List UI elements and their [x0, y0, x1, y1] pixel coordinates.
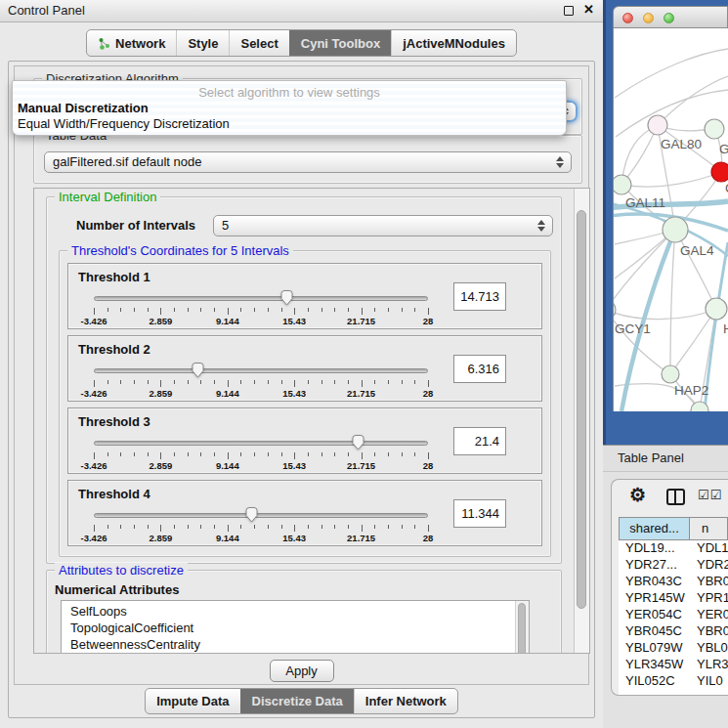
- network-node-gal4[interactable]: [663, 217, 688, 242]
- control-panel-titlebar: Control Panel ✕: [0, 0, 603, 22]
- table-row[interactable]: YIL052CYIL0: [619, 673, 728, 690]
- network-node-gal80[interactable]: [648, 115, 667, 135]
- attributes-group: Attributes to discretize Numerical Attri…: [46, 570, 562, 654]
- table-row[interactable]: YLR345WYLR3: [619, 657, 728, 673]
- tab-label: Network: [115, 36, 165, 51]
- threshold-label: Threshold 3: [78, 414, 150, 429]
- float-window-icon[interactable]: [564, 6, 574, 16]
- slider-thumb[interactable]: [244, 506, 259, 524]
- cell-shared-name: YBL079W: [619, 640, 690, 657]
- network-node-gal11[interactable]: [614, 175, 631, 194]
- column-header-shared[interactable]: shared...: [619, 517, 690, 540]
- table-row[interactable]: YBL079WYBL0: [619, 640, 728, 657]
- bottom-tab-infer-network[interactable]: Infer Network: [354, 689, 457, 713]
- threshold-slider-3[interactable]: -3.4262.8599.14415.4321.71528: [94, 434, 428, 469]
- column-header-name[interactable]: n: [690, 517, 728, 540]
- slider-ticks: [94, 308, 428, 316]
- attribute-item-topologicalcoefficient[interactable]: TopologicalCoefficient: [70, 620, 529, 636]
- attribute-item-betweennesscentrality[interactable]: BetweennessCentrality: [70, 636, 529, 653]
- slider-tick-labels: -3.4262.8599.14415.4321.71528: [94, 460, 428, 470]
- node-table: shared... n YDL19...YDL1YDR27...YDR2YBR0…: [619, 517, 728, 695]
- cell-shared-name: YBR043C: [619, 574, 690, 590]
- dropdown-option-manual-discretization[interactable]: Manual Discretization: [18, 101, 149, 115]
- table-data-value: galFiltered.sif default node: [53, 152, 201, 172]
- network-node-c[interactable]: [711, 162, 728, 182]
- threshold-label: Threshold 2: [78, 342, 150, 357]
- tab-jactivemnodules[interactable]: jActiveMNodules: [391, 30, 516, 56]
- cell-name: YBR0: [690, 574, 728, 590]
- threshold-value-field[interactable]: 6.316: [453, 355, 506, 383]
- threshold-value-field[interactable]: 11.344: [453, 499, 506, 528]
- zoom-traffic-light-icon[interactable]: [664, 13, 674, 23]
- checkbox-icons[interactable]: ☑☑: [698, 488, 722, 502]
- close-traffic-light-icon[interactable]: [622, 13, 633, 23]
- slider-track[interactable]: [94, 368, 428, 373]
- threshold-slider-1[interactable]: -3.4262.8599.14415.4321.71528: [94, 289, 428, 324]
- cell-name: YBR0: [690, 623, 728, 640]
- tab-label: Discretize Data: [252, 694, 343, 708]
- node-label: HAP2: [674, 383, 708, 398]
- algorithm-dropdown-popup: Select algorithm to view settings Manual…: [12, 80, 567, 136]
- slider-thumb[interactable]: [351, 434, 365, 451]
- network-node-ga[interactable]: [705, 119, 724, 139]
- slider-thumb[interactable]: [191, 362, 205, 379]
- table-row[interactable]: YDR27...YDR2: [619, 557, 728, 574]
- table-row[interactable]: YER054CYER0: [619, 607, 728, 623]
- node-label: GCY1: [615, 321, 651, 336]
- tab-network[interactable]: Network: [87, 30, 176, 56]
- tab-cyni-toolbox[interactable]: Cyni Toolbox: [289, 30, 391, 56]
- bottom-tab-discretize-data[interactable]: Discretize Data: [240, 689, 354, 713]
- cell-name: YDR2: [690, 557, 728, 574]
- node-label: H: [723, 321, 728, 336]
- cell-shared-name: YPR145W: [619, 590, 690, 607]
- minimize-traffic-light-icon[interactable]: [643, 13, 654, 23]
- cell-shared-name: YLR345W: [619, 657, 690, 673]
- cell-name: YLR3: [690, 657, 728, 673]
- network-node-gcy1[interactable]: [614, 300, 616, 320]
- scrollbar-thumb[interactable]: [577, 210, 586, 609]
- scrollbar-thumb[interactable]: [518, 603, 526, 654]
- cell-name: YIL0: [690, 673, 728, 690]
- threshold-slider-4[interactable]: -3.4262.8599.14415.4321.71528: [94, 506, 428, 541]
- gear-icon[interactable]: ⚙: [629, 484, 646, 506]
- slider-track[interactable]: [94, 296, 428, 301]
- tab-label: Infer Network: [365, 694, 447, 708]
- interval-definition-group: Interval Definition Number of Intervals …: [46, 196, 562, 564]
- attribute-item-selfloops[interactable]: SelfLoops: [70, 603, 529, 620]
- table-row[interactable]: YDL19...YDL1: [619, 540, 728, 557]
- interval-definition-title: Interval Definition: [55, 190, 160, 204]
- table-row[interactable]: YPR145WYPR1: [619, 590, 728, 607]
- table-row[interactable]: YBR043CYBR0: [619, 574, 728, 590]
- network-node-h[interactable]: [706, 298, 727, 320]
- tab-style[interactable]: Style: [176, 30, 229, 56]
- network-node-hap2[interactable]: [662, 365, 679, 383]
- tab-select[interactable]: Select: [229, 30, 288, 56]
- discretization-panel: Discretization Algorithm Table Data galF…: [14, 65, 589, 685]
- slider-track[interactable]: [94, 513, 428, 518]
- table-data-group: Table Data galFiltered.sif default node: [33, 135, 582, 184]
- table-panel-header: Table Panel: [603, 445, 728, 472]
- apply-button[interactable]: Apply: [270, 660, 334, 682]
- bottom-tab-impute-data[interactable]: Impute Data: [146, 689, 239, 713]
- numerical-attributes-list[interactable]: SelfLoopsTopologicalCoefficientBetweenne…: [61, 600, 530, 654]
- slider-thumb[interactable]: [279, 289, 294, 307]
- attributes-list-scrollbar[interactable]: [515, 601, 529, 654]
- node-label: GA: [719, 142, 728, 156]
- cell-shared-name: YBR045C: [619, 623, 690, 640]
- threshold-value-field[interactable]: 14.713: [453, 282, 506, 311]
- settings-scrollbar[interactable]: [574, 189, 589, 653]
- threshold-panel-1: Threshold 1-3.4262.8599.14415.4321.71528…: [67, 263, 542, 329]
- control-panel-title: Control Panel: [8, 3, 85, 18]
- table-row[interactable]: YBR045CYBR0: [619, 623, 728, 640]
- slider-track[interactable]: [94, 441, 428, 446]
- threshold-value-field[interactable]: 21.4: [453, 427, 506, 455]
- node-label: GAL11: [625, 195, 665, 210]
- network-canvas[interactable]: GAL80GACGAL11GAL4GCY1HHAP2: [613, 28, 728, 411]
- dropdown-option-equal-width-frequency-discretization[interactable]: Equal Width/Frequency Discretization: [18, 116, 230, 131]
- table-data-combobox[interactable]: galFiltered.sif default node: [44, 151, 572, 173]
- num-intervals-combobox[interactable]: 5: [213, 215, 553, 236]
- column-layout-icon[interactable]: [666, 489, 685, 505]
- close-icon[interactable]: ✕: [583, 2, 594, 17]
- cell-name: YPR1: [690, 590, 728, 607]
- threshold-slider-2[interactable]: -3.4262.8599.14415.4321.71528: [94, 362, 428, 397]
